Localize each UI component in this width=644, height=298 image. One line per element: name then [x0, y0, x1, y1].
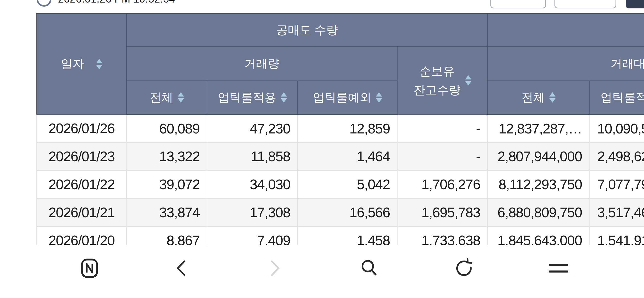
header-amt-uptick-applied[interactable]: 업틱룰적용 [589, 81, 644, 114]
header-volume-group: 거래량 [126, 46, 397, 81]
naver-app-icon[interactable] [79, 258, 100, 278]
header-group-short-amount [488, 13, 644, 46]
sort-arrows-icon [96, 59, 102, 69]
cell-vol-total: 39,072 [126, 170, 207, 198]
sort-arrows-icon [281, 92, 287, 103]
cell-date: 2026/01/23 [37, 142, 126, 170]
cell-net-balance: 1,706,276 [397, 170, 488, 198]
cell-amt-uptick: 2,498,62 [589, 142, 644, 170]
short-selling-table-container: 일자 공매도 수량 거래량 [36, 13, 644, 245]
top-input-2[interactable]: 2 [554, 0, 616, 8]
back-icon[interactable] [171, 258, 191, 278]
cell-vol-exempt: 1,464 [298, 142, 397, 170]
short-selling-table: 일자 공매도 수량 거래량 [36, 13, 644, 245]
top-input-1[interactable]: 1 [490, 0, 546, 8]
cell-vol-uptick: 7,409 [207, 226, 298, 245]
cell-amt-total: 1,845,643,000 [488, 226, 589, 245]
submit-button[interactable]: p [626, 0, 644, 8]
sort-arrows-icon [465, 75, 471, 86]
screen: 2026.01.26 PM 10:32:34 1 2 p 일자 [0, 0, 644, 298]
cell-vol-total: 33,874 [126, 198, 207, 226]
cell-vol-total: 60,089 [126, 114, 207, 142]
header-vol-uptick-applied[interactable]: 업틱룰적용 [207, 81, 298, 114]
header-amt-total[interactable]: 전체 [488, 81, 589, 114]
cell-date: 2026/01/20 [37, 226, 126, 245]
cell-amt-total: 6,880,809,750 [488, 198, 589, 226]
header-vol-total[interactable]: 전체 [126, 81, 207, 114]
cell-amt-uptick: 1,541,91 [589, 226, 644, 245]
header-net-balance[interactable]: 순보유 잔고수량 [397, 46, 488, 114]
cell-date: 2026/01/26 [37, 114, 126, 142]
sort-arrows-icon [376, 92, 382, 103]
sort-arrows-icon [549, 92, 555, 103]
refresh-icon[interactable] [454, 258, 474, 278]
cell-vol-exempt: 5,042 [298, 170, 397, 198]
cell-vol-total: 8,867 [126, 226, 207, 245]
sort-arrows-icon [178, 92, 184, 103]
table-row: 2026/01/22 39,072 34,030 5,042 1,706,276… [37, 170, 644, 198]
cell-date: 2026/01/22 [37, 170, 126, 198]
header-date[interactable]: 일자 [37, 13, 126, 114]
forward-icon[interactable] [265, 258, 285, 278]
cell-amt-total: 2,807,944,000 [488, 142, 589, 170]
table-row: 2026/01/20 8,867 7,409 1,458 1,733,638 1… [37, 226, 644, 245]
search-icon[interactable] [359, 258, 380, 278]
cell-amt-total: 12,837,287,… [488, 114, 589, 142]
cell-amt-uptick: 10,090,5 [589, 114, 644, 142]
cell-net-balance: 1,733,638 [397, 226, 488, 245]
cell-vol-uptick: 47,230 [207, 114, 298, 142]
cell-amt-uptick: 7,077,79 [589, 170, 644, 198]
cell-net-balance: 1,695,783 [397, 198, 488, 226]
cell-vol-exempt: 12,859 [298, 114, 397, 142]
header-vol-uptick-exempt[interactable]: 업틱룰예외 [298, 81, 397, 114]
cell-vol-exempt: 1,458 [298, 226, 397, 245]
cell-vol-uptick: 34,030 [207, 170, 298, 198]
header-net-balance-label: 순보유 잔고수량 [414, 62, 461, 99]
cell-vol-total: 13,322 [126, 142, 207, 170]
header-amount-group: 거래대금 [488, 46, 644, 81]
cell-vol-exempt: 16,566 [298, 198, 397, 226]
cell-net-balance: - [397, 114, 488, 142]
cell-vol-uptick: 11,858 [207, 142, 298, 170]
cell-date: 2026/01/21 [37, 198, 126, 226]
table-row: 2026/01/21 33,874 17,308 16,566 1,695,78… [37, 198, 644, 226]
clock-ring-icon [37, 0, 51, 7]
header-group-short-qty: 공매도 수량 [126, 13, 488, 46]
header-date-label: 일자 [61, 56, 84, 72]
menu-icon[interactable] [548, 258, 569, 278]
query-timestamp: 2026.01.26 PM 10:32:34 [58, 0, 175, 5]
cell-amt-total: 8,112,293,750 [488, 170, 589, 198]
table-row: 2026/01/23 13,322 11,858 1,464 - 2,807,9… [37, 142, 644, 170]
toolbar-divider [0, 245, 644, 245]
table-row: 2026/01/26 60,089 47,230 12,859 - 12,837… [37, 114, 644, 142]
cell-vol-uptick: 17,308 [207, 198, 298, 226]
cell-amt-uptick: 3,517,46 [589, 198, 644, 226]
cell-net-balance: - [397, 142, 488, 170]
